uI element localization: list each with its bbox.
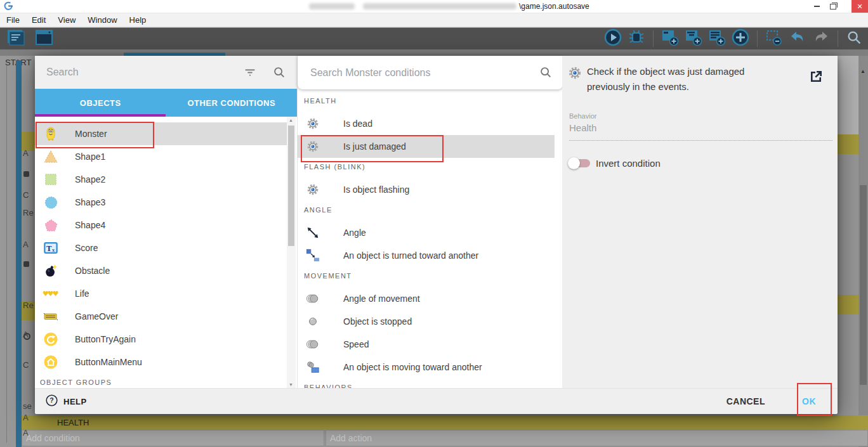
title-bar: \game.json.autosave ✕ <box>0 0 868 13</box>
condition-item-angle[interactable]: Angle <box>298 221 555 244</box>
tab-objects[interactable]: OBJECTS <box>35 89 166 117</box>
gear-icon <box>305 183 320 196</box>
object-item-shape2[interactable]: Shape2 <box>35 168 287 191</box>
help-button[interactable]: ? HELP <box>45 394 87 410</box>
panel-window-button[interactable] <box>33 28 55 49</box>
object-item-buttonmainmenu[interactable]: ButtonMainMenu <box>35 351 287 373</box>
object-search-input[interactable] <box>45 66 232 79</box>
condition-section-header: FLASH (BLINK) <box>304 163 555 172</box>
dialog-tabs: OBJECTS OTHER CONDITIONS <box>35 89 297 117</box>
add-plus-button[interactable] <box>731 28 750 49</box>
event-text-fragment: se <box>23 401 32 411</box>
event-icon <box>23 171 29 177</box>
condition-item-is-object-flashing[interactable]: Is object flashing <box>298 178 555 201</box>
toggle-thumb[interactable] <box>568 157 580 169</box>
dialog-left-panel: OBJECTS OTHER CONDITIONS MonsterShape1Sh… <box>35 56 297 388</box>
scroll-up-icon[interactable]: ▲ <box>289 118 293 122</box>
debug-button[interactable] <box>627 28 646 49</box>
invert-condition-toggle[interactable] <box>569 159 590 167</box>
event-text-fragment: Re <box>23 301 34 310</box>
play-button[interactable] <box>603 28 622 49</box>
svg-text:T: T <box>46 244 52 253</box>
minimize-button[interactable] <box>810 0 824 13</box>
object-list-scrollbar[interactable]: ▲ ▼ <box>287 117 296 388</box>
scrollbar-thumb[interactable] <box>288 126 294 246</box>
condition-search-input[interactable] <box>309 67 521 79</box>
open-in-new-icon[interactable] <box>808 69 824 87</box>
add-event-icon <box>661 28 680 49</box>
scroll-down-icon[interactable]: ▼ <box>289 382 293 387</box>
condition-item-label: Object is stopped <box>343 316 412 327</box>
menu-help[interactable]: Help <box>129 15 147 25</box>
play-icon <box>603 28 622 49</box>
behavior-field-value[interactable]: Health <box>569 122 596 133</box>
close-button[interactable]: ✕ <box>852 0 868 13</box>
event-text-fragment: C <box>23 360 29 370</box>
condition-item-an-object-is-turned-toward-another[interactable]: An object is turned toward another <box>298 244 555 267</box>
panel-window-icon <box>33 28 55 49</box>
events-tree-line <box>6 65 7 443</box>
menu-view[interactable]: View <box>58 15 76 25</box>
delete-selection-button[interactable] <box>765 28 784 49</box>
toolbar-separator <box>757 30 758 47</box>
cancel-button[interactable]: CANCEL <box>723 396 769 407</box>
event-group-health[interactable]: HEALTH <box>22 415 868 430</box>
search-icon[interactable] <box>272 65 286 82</box>
search-icon[interactable] <box>539 65 553 82</box>
redacted-title-segment <box>363 3 516 10</box>
condition-item-label: Is dead <box>343 119 372 129</box>
delete-selection-icon <box>765 28 784 49</box>
object-groups-header: OBJECT GROUPS <box>40 379 287 386</box>
object-item-shape1[interactable]: Shape1 <box>35 145 287 168</box>
object-item-score[interactable]: TxScore <box>35 236 287 259</box>
add-action-cell[interactable]: Add action <box>326 430 868 446</box>
menu-window[interactable]: Window <box>88 15 117 25</box>
scroll-up-icon[interactable]: ▲ <box>860 68 865 74</box>
events-scrollbar-thumb[interactable] <box>860 185 867 385</box>
condition-item-object-is-stopped[interactable]: Object is stopped <box>298 310 555 333</box>
help-icon: ? <box>45 394 58 410</box>
tab-other-conditions[interactable]: OTHER CONDITIONS <box>166 89 298 117</box>
panel-left-icon <box>5 28 27 49</box>
choose-condition-dialog: OBJECTS OTHER CONDITIONS MonsterShape1Sh… <box>35 56 838 414</box>
object-item-shape3[interactable]: Shape3 <box>35 191 287 214</box>
undo-icon <box>788 28 807 49</box>
condition-item-an-object-is-moving-toward-another[interactable]: An object is moving toward another <box>298 356 555 379</box>
add-comment-button[interactable] <box>707 28 727 49</box>
object-item-buttontryagain[interactable]: ButtonTryAgain <box>35 328 287 351</box>
undo-button[interactable] <box>788 28 807 49</box>
object-item-label: GameOver <box>75 311 118 321</box>
redo-button[interactable] <box>812 28 831 49</box>
condition-gear-icon <box>568 66 582 82</box>
event-text-fragment: A <box>23 428 29 437</box>
condition-section-header: MOVEMENT <box>304 272 555 281</box>
moving-icon <box>305 360 320 374</box>
turned-icon <box>305 249 320 262</box>
dialog-right-panel: Check if the object was just damaged pre… <box>562 56 838 388</box>
search-button[interactable] <box>845 29 863 49</box>
menu-edit[interactable]: Edit <box>32 15 46 25</box>
menu-file[interactable]: File <box>6 15 20 25</box>
add-condition-cell[interactable]: Add condition <box>22 430 324 446</box>
add-subevent-button[interactable] <box>684 28 703 49</box>
annotation-box-ok-button <box>797 383 832 416</box>
debug-icon <box>627 28 646 49</box>
object-item-life[interactable]: ♥♥♥Life <box>35 282 287 305</box>
object-item-label: Obstacle <box>75 266 110 276</box>
help-label: HELP <box>63 397 87 406</box>
condition-item-is-dead[interactable]: Is dead <box>298 112 555 135</box>
object-item-shape4[interactable]: Shape4 <box>35 214 287 236</box>
condition-item-angle-of-movement[interactable]: Angle of movement <box>298 287 555 310</box>
home-icon <box>43 354 59 370</box>
filter-icon[interactable] <box>243 65 257 82</box>
condition-item-speed[interactable]: Speed <box>298 333 555 356</box>
event-icon <box>23 261 29 267</box>
restore-button[interactable] <box>826 0 840 13</box>
panel-left-button[interactable] <box>5 28 27 49</box>
behavior-field-label: Behavior <box>569 112 596 120</box>
minimize-icon <box>814 6 820 7</box>
event-text-fragment: A <box>23 240 29 249</box>
object-item-obstacle[interactable]: Obstacle <box>35 259 287 282</box>
add-event-button[interactable] <box>661 28 680 49</box>
object-item-gameover[interactable]: GameOver <box>35 305 287 328</box>
